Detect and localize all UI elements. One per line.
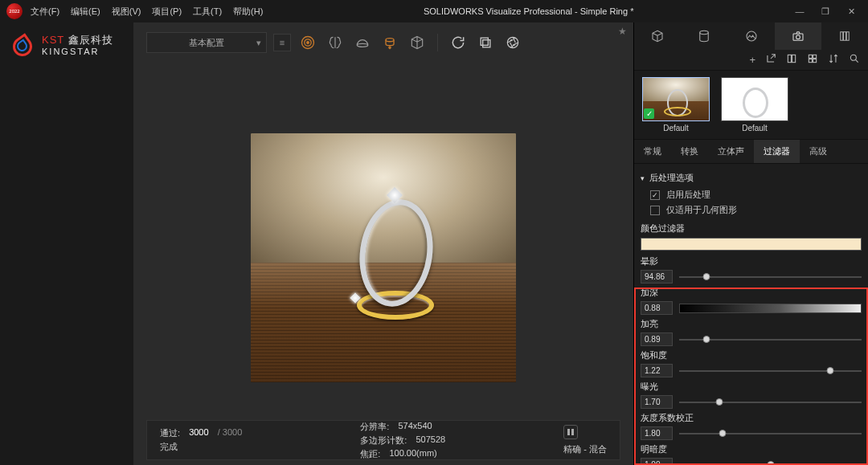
copy-icon[interactable]: [475, 32, 496, 53]
aperture-icon[interactable]: [502, 32, 523, 53]
pause-button[interactable]: [563, 425, 578, 439]
slider-row: 饱和度1.22: [641, 349, 862, 377]
menu-tools[interactable]: 工具(T): [193, 6, 222, 18]
checkbox-geometry-only[interactable]: [650, 206, 660, 215]
slider-knob[interactable]: [703, 273, 710, 280]
thumbnail-label: Default: [663, 124, 689, 133]
slider-value-input[interactable]: 1.70: [641, 395, 673, 409]
menu-bar: 文件(F) 编辑(E) 视图(V) 项目(P) 工具(T) 帮助(H): [31, 6, 263, 18]
thumbnail-default-2[interactable]: Default: [721, 77, 788, 133]
slider-track[interactable]: [679, 460, 862, 466]
search-icon[interactable]: [849, 53, 860, 67]
svg-rect-19: [809, 59, 812, 63]
export-icon[interactable]: [765, 53, 776, 67]
layout-icon[interactable]: [786, 53, 797, 67]
tab-database-icon[interactable]: [681, 22, 727, 50]
property-subtabs: 常规 转换 立体声 过滤器 高级: [634, 140, 868, 164]
thumbnail-default-1[interactable]: ✓ Default: [642, 77, 710, 133]
slider-value-input[interactable]: 1.22: [641, 364, 673, 377]
cube-icon[interactable]: [407, 32, 428, 53]
subtab-advanced[interactable]: 高级: [800, 140, 837, 163]
app-icon: 2022: [6, 3, 23, 19]
slider-track[interactable]: [679, 335, 862, 345]
color-filter-swatch[interactable]: [641, 238, 862, 251]
dome-icon[interactable]: [352, 32, 373, 53]
enable-postprocess-row[interactable]: ✓ 启用后处理: [650, 189, 862, 201]
window-minimize-button[interactable]: —: [794, 6, 805, 17]
poly-label: 多边形计数:: [360, 434, 407, 447]
subtab-general[interactable]: 常规: [634, 140, 671, 163]
tab-camera-icon[interactable]: [775, 22, 821, 50]
svg-point-8: [700, 31, 709, 35]
slider-value-input[interactable]: 0.88: [641, 301, 673, 315]
slider-knob[interactable]: [719, 430, 727, 437]
menu-file[interactable]: 文件(F): [31, 6, 59, 18]
slider-track[interactable]: [679, 366, 862, 376]
tab-scene-icon[interactable]: [727, 22, 774, 50]
refresh-icon[interactable]: [448, 32, 469, 53]
check-icon: ✓: [644, 108, 654, 119]
svg-point-2: [307, 42, 309, 44]
list-button[interactable]: ≡: [273, 34, 291, 51]
slider-knob[interactable]: [715, 398, 723, 406]
thumbnail-label: Default: [742, 124, 768, 133]
window-title: SOLIDWORKS Visualize Professional - Simp…: [263, 6, 794, 16]
svg-rect-12: [841, 32, 843, 41]
gravity-icon[interactable]: [379, 32, 400, 53]
svg-rect-18: [813, 55, 817, 58]
slider-knob[interactable]: [827, 367, 834, 374]
slider-label: 加亮: [641, 318, 862, 330]
slider-track[interactable]: [679, 272, 862, 282]
slider-value-input[interactable]: 94.86: [641, 270, 673, 283]
favorite-star-icon[interactable]: ★: [618, 26, 627, 37]
window-close-button[interactable]: ✕: [845, 6, 857, 17]
slider-value-input[interactable]: 1.00: [641, 458, 673, 465]
slider-track[interactable]: [679, 398, 862, 407]
svg-point-3: [357, 43, 367, 47]
viewport[interactable]: [133, 63, 633, 420]
tab-library-icon[interactable]: [821, 22, 868, 50]
add-button[interactable]: +: [749, 54, 755, 66]
filter-panel: ▾ 后处理选项 ✓ 启用后处理 仅适用于几何图形 颜色过滤器 晕影94.86加深…: [634, 164, 868, 465]
slider-value-input[interactable]: 0.89: [641, 332, 673, 346]
menu-view[interactable]: 视图(V): [112, 6, 141, 18]
brand-logo: KST 鑫辰科技 KINGSTAR: [10, 32, 129, 59]
slider-label: 曝光: [641, 381, 862, 393]
menu-edit[interactable]: 编辑(E): [71, 6, 100, 18]
render-preview: [251, 133, 516, 382]
target-icon[interactable]: [297, 32, 318, 53]
subtab-stereo[interactable]: 立体声: [708, 140, 754, 163]
grid-icon[interactable]: [807, 53, 818, 67]
viewport-toolbar: 基本配置 ▾ ≡: [133, 22, 633, 63]
right-panel-tabs: [634, 22, 868, 50]
window-maximize-button[interactable]: ❐: [820, 6, 831, 17]
slider-value-input[interactable]: 1.80: [641, 426, 673, 440]
svg-rect-14: [846, 32, 849, 41]
left-sidebar: KST 鑫辰科技 KINGSTAR: [0, 22, 133, 465]
slider-knob[interactable]: [703, 336, 710, 343]
subtab-transform[interactable]: 转换: [671, 140, 708, 163]
post-processing-header[interactable]: ▾ 后处理选项: [641, 172, 862, 184]
menu-help[interactable]: 帮助(H): [233, 6, 263, 18]
slider-label: 饱和度: [641, 349, 862, 361]
svg-point-11: [796, 35, 800, 39]
sort-icon[interactable]: [828, 53, 839, 67]
slider-track[interactable]: [679, 429, 862, 438]
passes-current: 3000: [189, 427, 208, 439]
precision-label: 精确 - 混合: [563, 443, 607, 455]
configuration-dropdown[interactable]: 基本配置 ▾: [146, 32, 267, 53]
svg-rect-5: [483, 40, 490, 47]
color-filter-label: 颜色过滤器: [641, 222, 862, 235]
slider-label: 灰度系数校正: [641, 412, 862, 424]
slider-knob[interactable]: [767, 461, 774, 466]
resolution-label: 分辨率:: [360, 421, 389, 433]
right-panel: + ✓ Default: [633, 22, 868, 465]
geometry-only-row[interactable]: 仅适用于几何图形: [650, 204, 862, 216]
slider-track[interactable]: [679, 304, 862, 313]
menu-project[interactable]: 项目(P): [152, 6, 182, 18]
checkbox-enable[interactable]: ✓: [650, 190, 660, 200]
brain-icon[interactable]: [325, 32, 346, 53]
subtab-filter[interactable]: 过滤器: [754, 140, 800, 163]
poly-value: 507528: [416, 434, 445, 447]
tab-models-icon[interactable]: [634, 22, 681, 50]
